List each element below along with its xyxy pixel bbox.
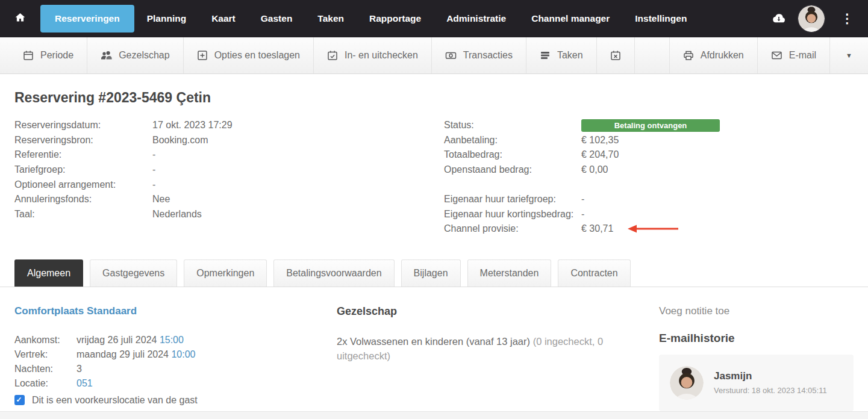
aankomst-label: Aankomst: [14, 335, 76, 346]
user-avatar[interactable] [798, 5, 825, 33]
cloud-download-icon[interactable] [772, 13, 785, 25]
detail-label: Reserveringsbron: [14, 135, 152, 146]
detail-value: - [152, 149, 155, 160]
detail-value: € 204,70 [581, 149, 619, 160]
status-label: Status: [444, 120, 581, 131]
detail-value: € 30,71 [581, 223, 613, 234]
nav-item-reserveringen[interactable]: Reserveringen [40, 5, 134, 33]
vertrek-time-link[interactable]: 10:00 [171, 349, 195, 359]
detail-label: Referentie: [14, 149, 152, 160]
tab-algemeen[interactable]: Algemeen [14, 259, 83, 287]
page-title: Reservering #2023-5469 Çetin [14, 90, 854, 106]
email-button[interactable]: E-mail [758, 37, 830, 73]
detail-label: Tariefgroep: [14, 164, 152, 175]
detail-value: - [581, 209, 584, 220]
detail-label: Eigenaar huur kortingsbedrag: [444, 209, 581, 220]
tab-bijlagen[interactable]: Bijlagen [401, 259, 461, 287]
detail-row: Reserveringsbron:Booking.com [14, 133, 444, 148]
nav-item-kaart[interactable]: Kaart [199, 5, 248, 33]
detail-value: Nee [152, 194, 170, 205]
tab-gastgegevens[interactable]: Gastgegevens [90, 259, 177, 287]
home-button[interactable] [14, 12, 26, 25]
nachten-value: 3 [76, 364, 82, 374]
calendar-x-icon [610, 50, 621, 61]
algemeen-tab-content: Comfortplaats Standaard Aankomst: vrijda… [0, 287, 868, 411]
detail-value: € 102,35 [581, 135, 619, 146]
detail-row: Referentie:- [14, 147, 444, 163]
details-left-column: Reserveringsdatum:17 okt. 2023 17:29 Res… [14, 118, 444, 237]
gezelschap-line: 2x Volwassenen en kinderen (vanaf 13 jaa… [337, 334, 608, 363]
channel-provisie-row: Channel provisie: € 30,71 [444, 222, 854, 237]
afdrukken-button[interactable]: Afdrukken [669, 37, 758, 73]
reservation-toolbar: Periode Gezelschap Opties en toeslagen I… [0, 37, 868, 74]
aankomst-row: Aankomst: vrijdag 26 juli 2024 15:00 [14, 333, 337, 347]
afdrukken-label: Afdrukken [701, 50, 744, 61]
tab-opmerkingen[interactable]: Opmerkingen [184, 259, 267, 287]
detail-label: Optioneel arrangement: [14, 179, 152, 190]
accommodation-link[interactable]: Comfortplaats Standaard [14, 305, 337, 317]
nav-item-administratie[interactable]: Administratie [434, 5, 519, 33]
taken-button[interactable]: Taken [526, 37, 597, 73]
preferred-location-checkbox[interactable] [14, 395, 25, 405]
in-en-uitchecken-button[interactable]: In- en uitchecken [314, 37, 432, 73]
home-icon [14, 12, 26, 25]
calendar-x-button[interactable] [597, 37, 635, 73]
detail-value: 17 okt. 2023 17:29 [152, 120, 233, 131]
detail-spacer [444, 177, 854, 192]
transacties-button[interactable]: Transacties [432, 37, 526, 73]
locatie-row: Locatie: 051 [14, 376, 337, 391]
tab-meterstanden[interactable]: Meterstanden [467, 259, 552, 287]
nav-item-rapportage[interactable]: Rapportage [357, 5, 434, 33]
detail-value: - [152, 164, 155, 175]
add-note-link[interactable]: Voeg notitie toe [659, 305, 854, 317]
detail-label: Reserveringsdatum: [14, 120, 152, 131]
caret-down-icon: ▼ [846, 52, 852, 59]
notes-and-mail-section: Voeg notitie toe E-mailhistorie Jasmijn [659, 305, 854, 411]
preferred-location-label: Dit is een voorkeurslocatie van de gast [32, 395, 198, 406]
email-entry-text: Jasmijn Verstuurd: 18 okt. 2023 14:05:11 [714, 370, 827, 395]
red-arrow-annotation-icon [628, 225, 678, 233]
detail-value: Booking.com [152, 135, 208, 146]
locatie-link[interactable]: 051 [76, 378, 93, 389]
nav-item-instellingen[interactable]: Instellingen [622, 5, 699, 33]
vertrek-date: maandag 29 juli 2024 [76, 349, 171, 359]
overflow-menu-icon[interactable]: ⋮ [837, 11, 857, 26]
detail-label: Taal: [14, 209, 152, 220]
printer-icon [683, 50, 694, 61]
nav-item-planning[interactable]: Planning [134, 5, 199, 33]
opties-en-toeslagen-label: Opties en toeslagen [214, 50, 300, 61]
money-icon [445, 50, 457, 61]
detail-label: Totaalbedrag: [444, 149, 581, 160]
gezelschap-button[interactable]: Gezelschap [87, 37, 184, 73]
detail-label: Annuleringsfonds: [14, 194, 152, 205]
calendar-icon [23, 50, 34, 61]
opties-en-toeslagen-button[interactable]: Opties en toeslagen [184, 37, 314, 73]
transacties-label: Transacties [463, 50, 513, 61]
nav-item-gasten[interactable]: Gasten [248, 5, 305, 33]
nav-item-channel-manager[interactable]: Channel manager [519, 5, 622, 33]
gezelschap-heading: Gezelschap [337, 305, 608, 318]
aankomst-time-link[interactable]: 15:00 [160, 335, 184, 345]
nachten-row: Nachten: 3 [14, 362, 337, 376]
detail-row: Eigenaar huur kortingsbedrag:- [444, 207, 854, 222]
periode-button[interactable]: Periode [10, 37, 87, 73]
email-sender: Jasmijn [714, 370, 827, 382]
email-history-card[interactable]: Jasmijn Verstuurd: 18 okt. 2023 14:05:11 [659, 355, 854, 411]
detail-row: Eigenaar huur tariefgroep:- [444, 192, 854, 207]
detail-row: Tariefgroep:- [14, 163, 444, 178]
tab-betalingsvoorwaarden[interactable]: Betalingsvoorwaarden [273, 259, 394, 287]
top-navigation: Reserveringen Planning Kaart Gasten Take… [0, 0, 868, 37]
nav-item-taken[interactable]: Taken [305, 5, 357, 33]
status-row: Status: Betaling ontvangen [444, 118, 854, 133]
envelope-icon [771, 50, 782, 61]
tab-contracten[interactable]: Contracten [558, 259, 630, 287]
gezelschap-section: Gezelschap 2x Volwassenen en kinderen (v… [337, 305, 659, 411]
gezelschap-label: Gezelschap [119, 50, 170, 61]
detail-value: Nederlands [152, 209, 202, 220]
sender-avatar [670, 366, 704, 400]
aankomst-date: vrijdag 26 juli 2024 [76, 335, 160, 345]
toolbar-dropdown-button[interactable]: ▼ [830, 37, 868, 73]
detail-label: Eigenaar huur tariefgroep: [444, 194, 581, 205]
accommodation-section: Comfortplaats Standaard Aankomst: vrijda… [14, 305, 337, 411]
email-sent-timestamp: Verstuurd: 18 okt. 2023 14:05:11 [714, 386, 827, 395]
